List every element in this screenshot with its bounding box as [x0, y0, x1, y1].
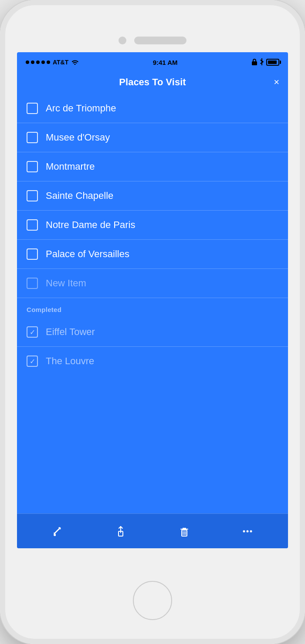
- item-label-4: Sainte Chapelle: [46, 190, 113, 201]
- new-item-row[interactable]: New Item: [17, 269, 288, 298]
- nav-title: Places To Visit: [119, 77, 186, 88]
- list-item[interactable]: Notre Dame de Paris: [17, 211, 288, 240]
- completed-section-header: Completed: [17, 298, 288, 318]
- checkbox-8[interactable]: ✓: [27, 326, 38, 338]
- nav-bar: Places To Visit ×: [17, 70, 288, 94]
- checkbox-1[interactable]: [27, 103, 38, 114]
- status-time: 9:41 AM: [153, 59, 178, 66]
- status-right: [251, 58, 279, 67]
- svg-rect-0: [252, 61, 257, 65]
- signal-dot-5: [47, 60, 50, 64]
- home-button[interactable]: [133, 581, 172, 620]
- signal-dot-1: [26, 60, 29, 64]
- checkbox-5[interactable]: [27, 219, 38, 231]
- wifi-icon: [71, 59, 79, 66]
- completed-item[interactable]: ✓ The Louvre: [17, 347, 288, 376]
- signal-dot-3: [36, 60, 40, 64]
- checkbox-4[interactable]: [27, 190, 38, 201]
- bluetooth-icon: [260, 58, 264, 67]
- speaker-bar: [134, 37, 186, 44]
- svg-point-8: [247, 530, 249, 532]
- signal-dot-2: [31, 60, 34, 64]
- paint-button[interactable]: [47, 520, 68, 542]
- screen: AT&T 9:41 AM: [17, 52, 288, 548]
- camera-dot: [119, 37, 126, 44]
- battery-icon: [266, 59, 279, 66]
- carrier-label: AT&T: [53, 59, 68, 66]
- notch-area: [0, 0, 305, 52]
- battery-fill: [268, 60, 277, 64]
- signal-dot-4: [41, 60, 45, 64]
- checkmark-8: ✓: [30, 328, 35, 336]
- checkbox-3[interactable]: [27, 161, 38, 172]
- item-label-2: Musee d'Orsay: [46, 132, 110, 143]
- more-button[interactable]: [237, 520, 258, 542]
- item-label-8: Eiffel Tower: [46, 326, 95, 338]
- list-item[interactable]: Sainte Chapelle: [17, 181, 288, 211]
- list-item[interactable]: Montmartre: [17, 152, 288, 181]
- item-label-1: Arc de Triomphe: [46, 103, 116, 114]
- list-item[interactable]: Arc de Triomphe: [17, 94, 288, 123]
- svg-point-9: [250, 530, 252, 532]
- item-label-9: The Louvre: [46, 356, 94, 367]
- lock-icon: [251, 58, 258, 67]
- list-area: Arc de Triomphe Musee d'Orsay Montmartre…: [17, 94, 288, 513]
- list-item[interactable]: Palace of Versailles: [17, 240, 288, 269]
- item-label-5: Notre Dame de Paris: [46, 219, 135, 231]
- phone-frame: AT&T 9:41 AM: [0, 0, 305, 644]
- item-label-3: Montmartre: [46, 161, 95, 172]
- signal-dots: [26, 60, 50, 64]
- checkbox-6[interactable]: [27, 248, 38, 260]
- trash-button[interactable]: [173, 520, 195, 542]
- checkmark-9: ✓: [30, 357, 35, 366]
- list-item[interactable]: Musee d'Orsay: [17, 123, 288, 152]
- checkbox-7[interactable]: [27, 278, 38, 289]
- share-button[interactable]: [110, 520, 132, 542]
- close-button[interactable]: ×: [274, 77, 279, 87]
- svg-point-7: [243, 530, 245, 532]
- completed-item[interactable]: ✓ Eiffel Tower: [17, 318, 288, 347]
- item-label-6: Palace of Versailles: [46, 248, 129, 260]
- status-bar: AT&T 9:41 AM: [17, 52, 288, 70]
- item-label-new: New Item: [46, 278, 86, 289]
- status-left: AT&T: [26, 59, 79, 66]
- bottom-area: [133, 548, 172, 644]
- toolbar: [17, 513, 288, 548]
- checkbox-9[interactable]: ✓: [27, 356, 38, 367]
- checkbox-2[interactable]: [27, 132, 38, 143]
